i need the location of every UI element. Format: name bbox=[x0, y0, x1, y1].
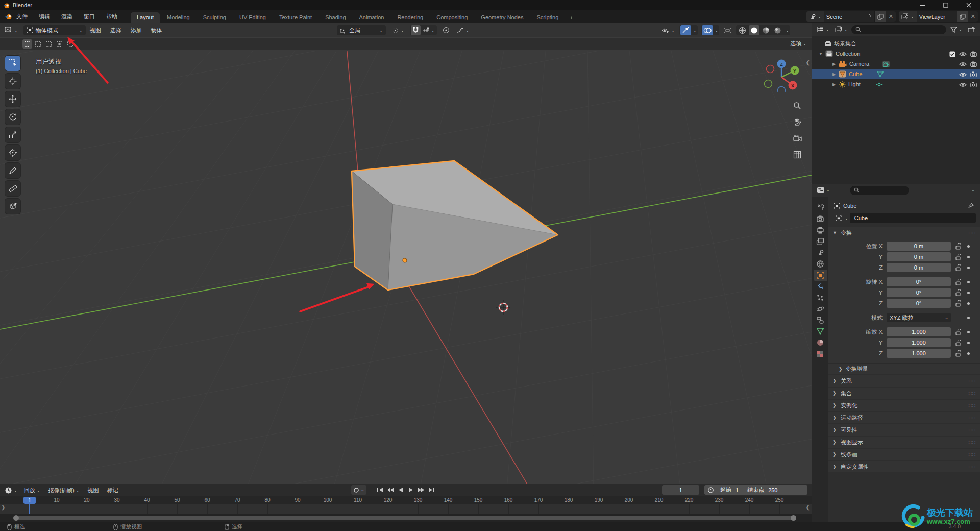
transform-value-field[interactable]: 0° bbox=[887, 288, 951, 297]
snap-toggle[interactable] bbox=[411, 25, 421, 35]
animate-dot[interactable] bbox=[967, 352, 970, 355]
breadcrumb-object[interactable]: Cube bbox=[843, 203, 856, 209]
play-reverse-button[interactable] bbox=[396, 485, 405, 495]
outliner-row-scene-collection[interactable]: 场景集合 bbox=[812, 38, 980, 49]
animate-dot[interactable] bbox=[967, 342, 970, 344]
scene-selector[interactable]: ⌄ Scene ✕ bbox=[806, 11, 896, 22]
animate-dot[interactable] bbox=[967, 267, 970, 269]
panel-grip[interactable]: ∷∷ bbox=[968, 391, 976, 396]
tab-texture-paint[interactable]: Texture Paint bbox=[273, 12, 318, 23]
timeline-right-chevron[interactable]: ❮ bbox=[806, 504, 810, 510]
select-box-tool[interactable] bbox=[5, 56, 20, 71]
viewlayer-selector[interactable]: ⌄ ViewLayer ✕ bbox=[899, 11, 978, 22]
cursor-tool[interactable] bbox=[5, 74, 20, 89]
menu-0[interactable]: 文件 bbox=[16, 13, 28, 20]
eye-icon[interactable] bbox=[959, 51, 967, 57]
shading-dropdown[interactable]: ⌄ bbox=[786, 28, 789, 33]
transform-value-field[interactable]: 0 m bbox=[887, 252, 951, 261]
tab-scripting[interactable]: Scripting bbox=[530, 12, 565, 23]
frame-end-field[interactable]: 结束点 250 bbox=[743, 485, 781, 495]
panel-header-6[interactable]: ❯线条画∷∷ bbox=[828, 449, 980, 460]
properties-tab-texture[interactable] bbox=[814, 348, 827, 359]
panel-header-5[interactable]: ❯视图显示∷∷ bbox=[828, 437, 980, 448]
expand-arrow-icon[interactable]: ▶ bbox=[831, 62, 837, 66]
select-mode-invert[interactable] bbox=[55, 39, 64, 49]
timeline-menu-0[interactable]: 回放⌄ bbox=[21, 486, 43, 495]
tab-animation[interactable]: Animation bbox=[353, 12, 390, 23]
select-mode-intersect[interactable] bbox=[65, 39, 75, 49]
frame-start-field[interactable]: 起始 1 bbox=[716, 485, 743, 495]
properties-tab-constraints[interactable] bbox=[814, 315, 827, 326]
lock-icon[interactable] bbox=[953, 340, 963, 346]
expand-arrow-icon[interactable]: ▼ bbox=[818, 52, 823, 56]
animate-dot[interactable] bbox=[967, 302, 970, 305]
outliner-row-camera[interactable]: ▶ Camera bbox=[812, 59, 980, 69]
transform-value-field[interactable]: 0 m bbox=[887, 263, 951, 272]
panel-header-4[interactable]: ❯可见性∷∷ bbox=[828, 424, 980, 436]
outliner-search-input[interactable] bbox=[851, 25, 946, 34]
overlays-dropdown[interactable]: ⌄ bbox=[715, 28, 719, 33]
tab-rendering[interactable]: Rendering bbox=[391, 12, 429, 23]
shading-material-button[interactable] bbox=[761, 25, 771, 35]
transform-value-field[interactable]: 1.000 bbox=[887, 327, 951, 336]
panel-grip[interactable]: ∷∷ bbox=[968, 452, 976, 457]
panel-header-3[interactable]: ❯运动路径∷∷ bbox=[828, 412, 980, 423]
timeline-track[interactable] bbox=[0, 504, 812, 514]
jump-to-start-button[interactable] bbox=[375, 485, 385, 495]
delta-transform-subpanel[interactable]: ❯ 变换增量 bbox=[828, 363, 980, 374]
properties-tab-modifier[interactable] bbox=[814, 281, 827, 292]
lock-icon[interactable] bbox=[953, 350, 963, 357]
properties-tab-material[interactable] bbox=[814, 337, 827, 348]
lock-icon[interactable] bbox=[953, 264, 963, 271]
lock-icon[interactable] bbox=[953, 289, 963, 296]
lock-icon[interactable] bbox=[953, 329, 963, 335]
move-tool[interactable] bbox=[5, 91, 20, 107]
proportional-falloff-dropdown[interactable]: ⌄ bbox=[455, 25, 471, 35]
new-viewlayer-button[interactable] bbox=[957, 11, 968, 22]
playhead[interactable]: 1 bbox=[23, 497, 36, 504]
properties-tab-render[interactable] bbox=[814, 213, 827, 225]
timeline-scrollbar[interactable] bbox=[0, 514, 812, 522]
panel-grip[interactable]: ∷∷ bbox=[968, 403, 976, 408]
scrollbar-bar[interactable] bbox=[15, 516, 794, 520]
panel-grip[interactable]: ∷∷ bbox=[968, 230, 976, 236]
timeline-editor-dropdown[interactable]: ⌄ bbox=[3, 485, 19, 495]
transform-value-field[interactable]: 1.000 bbox=[887, 349, 951, 358]
add-cube-tool[interactable] bbox=[5, 199, 20, 214]
timeline-menu-3[interactable]: 标记 bbox=[104, 486, 121, 495]
minimize-button[interactable] bbox=[911, 0, 934, 10]
timeline-menu-1[interactable]: 抠像(插帧)⌄ bbox=[45, 486, 82, 495]
viewport-menu-3[interactable]: 物体 bbox=[151, 27, 162, 34]
snap-to-dropdown[interactable]: ⌄ bbox=[421, 25, 436, 35]
expand-arrow-icon[interactable]: ▶ bbox=[831, 72, 837, 77]
panel-grip[interactable]: ∷∷ bbox=[968, 427, 976, 433]
outliner-filter-id-dropdown[interactable]: ⌄ bbox=[834, 25, 849, 35]
properties-tab-output[interactable] bbox=[814, 225, 827, 236]
properties-tab-world[interactable] bbox=[814, 258, 827, 270]
shading-rendered-button[interactable] bbox=[772, 25, 783, 35]
remove-viewlayer-button[interactable]: ✕ bbox=[968, 11, 978, 22]
gizmos-dropdown[interactable]: ⌄ bbox=[693, 28, 697, 33]
animate-dot[interactable] bbox=[967, 331, 970, 333]
pivot-point-dropdown[interactable]: ⌄ bbox=[390, 25, 406, 35]
show-object-types-dropdown[interactable]: ⌄ bbox=[660, 25, 676, 35]
overlays-toggle[interactable] bbox=[702, 25, 713, 35]
lock-icon[interactable] bbox=[953, 279, 963, 285]
jump-to-end-button[interactable] bbox=[426, 485, 436, 495]
shading-wireframe-button[interactable] bbox=[737, 25, 748, 35]
panel-grip[interactable]: ∷∷ bbox=[968, 440, 976, 445]
tab-shading[interactable]: Shading bbox=[319, 12, 352, 23]
properties-tab-physics[interactable] bbox=[814, 303, 827, 315]
properties-editor-dropdown[interactable]: ⌄ bbox=[815, 185, 831, 196]
viewport-menu-0[interactable]: 视图 bbox=[90, 27, 101, 34]
editor-type-dropdown[interactable]: ⌄ bbox=[3, 25, 19, 35]
mode-dropdown[interactable]: 物体模式 ⌄ bbox=[23, 25, 86, 35]
eye-icon[interactable] bbox=[959, 81, 967, 87]
proportional-editing-toggle[interactable] bbox=[441, 25, 451, 35]
shading-solid-button[interactable] bbox=[749, 25, 760, 35]
eye-icon[interactable] bbox=[959, 71, 967, 77]
tab-uv-editing[interactable]: UV Editing bbox=[233, 12, 272, 23]
xray-toggle[interactable] bbox=[722, 25, 733, 35]
viewport-menu-1[interactable]: 选择 bbox=[110, 27, 121, 34]
panel-header-7[interactable]: ❯自定义属性∷∷ bbox=[828, 461, 980, 472]
